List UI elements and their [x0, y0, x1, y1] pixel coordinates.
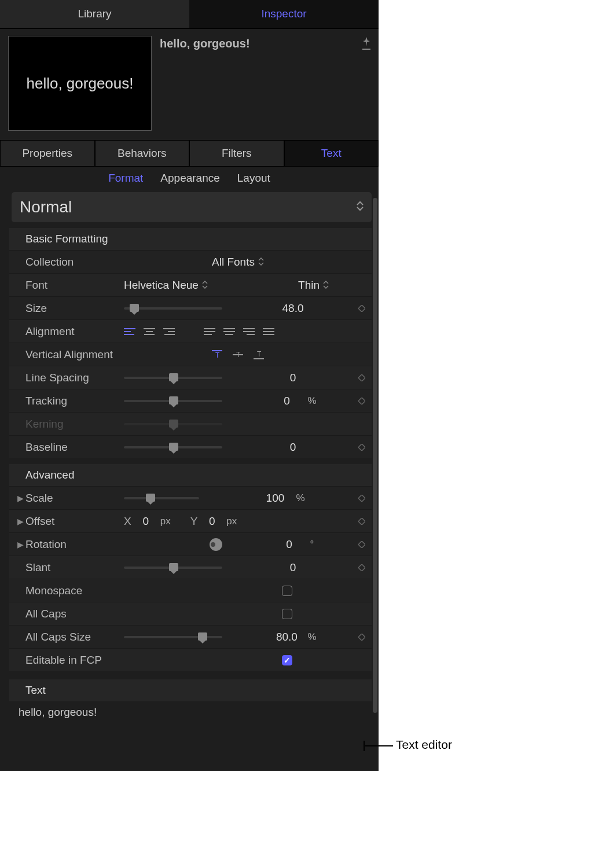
valign-bottom-icon[interactable]: T — [254, 350, 264, 359]
disclosure-triangle-icon[interactable]: ▶ — [17, 540, 24, 549]
annotation-lead-line — [365, 745, 393, 746]
label-line-spacing: Line Spacing — [25, 372, 124, 384]
subtab-layout[interactable]: Layout — [237, 172, 270, 185]
align-left-icon[interactable] — [124, 328, 135, 335]
keyframe-diamond[interactable] — [352, 541, 372, 548]
line-spacing-slider[interactable] — [124, 377, 222, 379]
all-caps-checkbox[interactable] — [282, 609, 292, 619]
stepper-icon — [357, 201, 364, 214]
align-center-icon[interactable] — [144, 328, 155, 335]
offset-x-value[interactable]: 0 — [137, 515, 155, 528]
justify-center-icon[interactable] — [223, 328, 235, 335]
keyframe-diamond[interactable] — [352, 495, 372, 502]
keyframe-diamond[interactable] — [352, 398, 372, 404]
tab-behaviors[interactable]: Behaviors — [95, 140, 190, 167]
preset-selector[interactable]: Normal — [12, 192, 372, 222]
parameter-list: Normal Basic Formatting Collection All F… — [0, 192, 379, 759]
slant-slider[interactable] — [124, 567, 222, 569]
scale-value[interactable]: 100 — [258, 492, 292, 505]
font-style-value[interactable]: Thin — [298, 279, 329, 292]
justify-left-icon[interactable] — [204, 328, 215, 335]
editable-in-fcp-checkbox[interactable] — [282, 655, 292, 665]
valign-middle-icon[interactable]: T — [233, 350, 243, 359]
label-slant: Slant — [25, 561, 124, 574]
offset-y-value[interactable]: 0 — [203, 515, 221, 528]
monospace-checkbox[interactable] — [282, 586, 292, 596]
label-editable-in-fcp: Editable in FCP — [25, 654, 141, 667]
row-line-spacing: Line Spacing 0 — [9, 366, 372, 389]
tab-properties[interactable]: Properties — [0, 140, 95, 167]
label-size: Size — [25, 302, 124, 315]
label-all-caps: All Caps — [25, 608, 124, 620]
top-tabs: Library Inspector — [0, 0, 379, 29]
scrollbar-thumb[interactable] — [373, 198, 377, 713]
justify-right-icon[interactable] — [243, 328, 255, 335]
disclosure-triangle-icon[interactable]: ▶ — [17, 517, 24, 526]
line-spacing-value[interactable]: 0 — [276, 372, 310, 384]
item-title: hello, gorgeous! — [160, 37, 250, 50]
row-size: Size 48.0 — [9, 296, 372, 319]
label-collection: Collection — [25, 256, 124, 269]
row-all-caps-size: All Caps Size 80.0% — [9, 625, 372, 648]
inspector-tabs: Properties Behaviors Filters Text — [0, 140, 379, 167]
subtab-format[interactable]: Format — [108, 172, 143, 185]
keyframe-diamond[interactable] — [352, 518, 372, 525]
row-collection: Collection All Fonts — [9, 250, 372, 273]
section-text: Text — [9, 679, 372, 701]
baseline-slider[interactable] — [124, 446, 222, 448]
all-caps-size-slider[interactable] — [124, 636, 222, 638]
row-rotation: ▶ Rotation 0° — [9, 532, 372, 556]
size-value[interactable]: 48.0 — [276, 302, 310, 315]
text-editor[interactable]: hello, gorgeous! — [12, 701, 372, 759]
tab-library[interactable]: Library — [0, 0, 189, 28]
kerning-slider — [124, 423, 222, 425]
keyframe-diamond[interactable] — [352, 444, 372, 451]
label-vertical-alignment: Vertical Alignment — [25, 348, 124, 361]
slant-value[interactable]: 0 — [276, 561, 310, 574]
section-advanced: Advanced — [9, 464, 372, 486]
valign-top-icon[interactable]: T — [212, 350, 222, 359]
baseline-value[interactable]: 0 — [276, 441, 310, 454]
size-slider[interactable] — [124, 307, 222, 310]
keyframe-diamond[interactable] — [352, 374, 372, 381]
text-subtabs: Format Appearance Layout — [0, 167, 379, 190]
valign-controls: T T T — [212, 350, 264, 359]
tab-inspector[interactable]: Inspector — [189, 0, 379, 28]
disclosure-triangle-icon[interactable]: ▶ — [17, 494, 24, 503]
keyframe-diamond[interactable] — [352, 564, 372, 571]
tab-text[interactable]: Text — [284, 140, 379, 167]
scale-slider[interactable] — [124, 497, 199, 499]
row-monospace: Monospace — [9, 579, 372, 602]
dropdown-icon — [202, 279, 208, 292]
row-scale: ▶ Scale 100% — [9, 486, 372, 509]
font-family-value[interactable]: Helvetica Neue — [124, 279, 208, 292]
keyframe-diamond[interactable] — [352, 634, 372, 641]
row-slant: Slant 0 — [9, 556, 372, 579]
row-baseline: Baseline 0 — [9, 435, 372, 458]
dropdown-icon — [323, 279, 329, 292]
pin-button[interactable] — [361, 37, 372, 50]
scrollbar[interactable] — [373, 198, 377, 719]
keyframe-diamond[interactable] — [352, 305, 372, 312]
preset-label: Normal — [20, 198, 72, 216]
label-alignment: Alignment — [25, 325, 124, 338]
row-alignment: Alignment — [9, 319, 372, 343]
label-tracking: Tracking — [25, 395, 124, 407]
preview-row: hello, gorgeous! hello, gorgeous! — [0, 29, 379, 140]
tracking-value[interactable]: 0 — [269, 395, 304, 407]
collection-value[interactable]: All Fonts — [212, 256, 264, 269]
align-right-icon[interactable] — [163, 328, 175, 335]
row-kerning: Kerning — [9, 412, 372, 435]
label-font: Font — [25, 279, 124, 292]
all-caps-size-value[interactable]: 80.0 — [269, 631, 304, 643]
tracking-slider[interactable] — [124, 400, 222, 402]
tab-filters[interactable]: Filters — [189, 140, 284, 167]
justify-full-icon[interactable] — [263, 328, 274, 335]
row-font: Font Helvetica Neue Thin — [9, 273, 372, 296]
row-editable-in-fcp: Editable in FCP — [9, 648, 372, 671]
x-label: X — [124, 515, 131, 528]
rotation-value[interactable]: 0 — [272, 538, 307, 551]
rotation-dial[interactable] — [210, 538, 222, 551]
subtab-appearance[interactable]: Appearance — [160, 172, 219, 185]
annotation-lead-tick — [364, 741, 365, 751]
